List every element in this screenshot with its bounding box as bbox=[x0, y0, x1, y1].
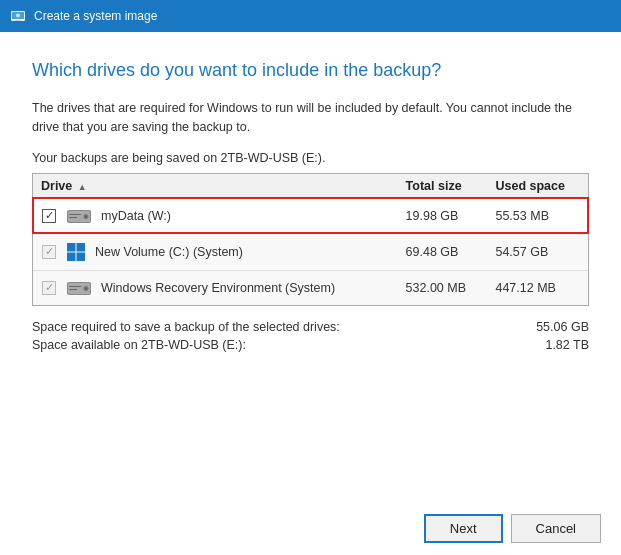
cancel-button[interactable]: Cancel bbox=[511, 514, 601, 543]
table-row[interactable]: ✓ New Volume (C:) (System) bbox=[33, 233, 588, 270]
svg-rect-13 bbox=[77, 252, 86, 261]
page-title: Which drives do you want to include in t… bbox=[32, 60, 589, 81]
svg-point-3 bbox=[16, 14, 20, 18]
drive-cell: ✓ New Volume (C:) (System) bbox=[33, 233, 398, 270]
svg-rect-19 bbox=[69, 289, 77, 290]
title-bar: Create a system image bbox=[0, 0, 621, 32]
next-button[interactable]: Next bbox=[424, 514, 503, 543]
hdd-icon bbox=[65, 278, 93, 298]
sort-arrow: ▲ bbox=[78, 182, 87, 192]
col-total-size: Total size bbox=[398, 174, 488, 199]
table-row[interactable]: ✓ Windows Recovery Envir bbox=[33, 270, 588, 305]
svg-point-7 bbox=[85, 215, 87, 217]
total-size-newvolume: 69.48 GB bbox=[398, 233, 488, 270]
col-used-space: Used space bbox=[487, 174, 588, 199]
drive-name: Windows Recovery Environment (System) bbox=[101, 281, 335, 295]
space-available-row: Space available on 2TB-WD-USB (E:): 1.82… bbox=[32, 338, 589, 352]
checkbox-newvolume[interactable]: ✓ bbox=[41, 244, 57, 260]
svg-rect-8 bbox=[69, 214, 81, 215]
drive-name: myData (W:) bbox=[101, 209, 171, 223]
space-required-value: 55.06 GB bbox=[509, 320, 589, 334]
used-space-newvolume: 54.57 GB bbox=[487, 233, 588, 270]
table-row[interactable]: ✓ myData (W:) bbox=[33, 198, 588, 233]
space-available-value: 1.82 TB bbox=[509, 338, 589, 352]
svg-rect-12 bbox=[67, 252, 76, 261]
footer: Next Cancel bbox=[404, 502, 621, 555]
svg-rect-11 bbox=[77, 243, 86, 252]
space-required-row: Space required to save a backup of the s… bbox=[32, 320, 589, 334]
windows-icon bbox=[65, 241, 87, 263]
total-size-mydata: 19.98 GB bbox=[398, 198, 488, 233]
backup-location: Your backups are being saved on 2TB-WD-U… bbox=[32, 151, 589, 165]
drives-table: Drive ▲ Total size Used space ✓ bbox=[33, 174, 588, 305]
total-size-recovery: 532.00 MB bbox=[398, 270, 488, 305]
drive-name: New Volume (C:) (System) bbox=[95, 245, 243, 259]
drive-cell: ✓ myData (W:) bbox=[33, 198, 398, 233]
used-space-mydata: 55.53 MB bbox=[487, 198, 588, 233]
system-image-icon bbox=[10, 8, 26, 24]
hdd-icon bbox=[65, 206, 93, 226]
drives-table-wrapper: Drive ▲ Total size Used space ✓ bbox=[32, 173, 589, 306]
drive-cell: ✓ Windows Recovery Envir bbox=[33, 270, 398, 305]
svg-rect-2 bbox=[15, 20, 21, 21]
svg-rect-10 bbox=[67, 243, 76, 252]
col-drive: Drive ▲ bbox=[33, 174, 398, 199]
svg-rect-9 bbox=[69, 217, 77, 218]
space-available-label: Space available on 2TB-WD-USB (E:): bbox=[32, 338, 509, 352]
svg-point-17 bbox=[85, 287, 87, 289]
checkbox-mydata[interactable]: ✓ bbox=[41, 208, 57, 224]
svg-rect-18 bbox=[69, 286, 81, 287]
checkbox-recovery[interactable]: ✓ bbox=[41, 280, 57, 296]
space-required-label: Space required to save a backup of the s… bbox=[32, 320, 509, 334]
page-description: The drives that are required for Windows… bbox=[32, 99, 589, 137]
title-bar-text: Create a system image bbox=[34, 9, 157, 23]
used-space-recovery: 447.12 MB bbox=[487, 270, 588, 305]
